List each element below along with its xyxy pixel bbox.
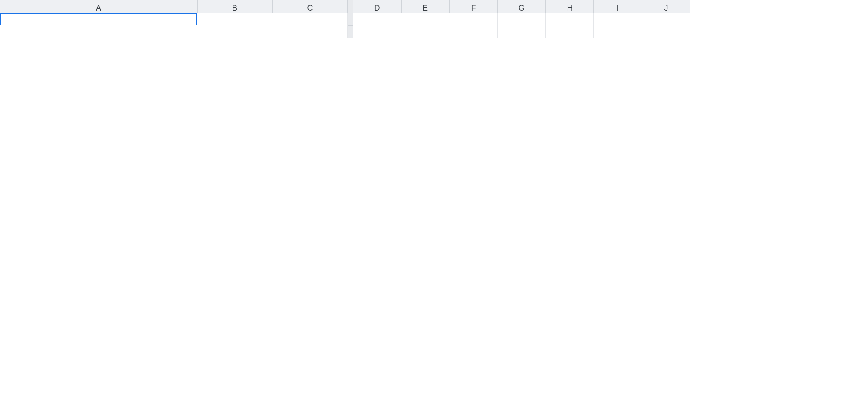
row-label[interactable] xyxy=(0,25,197,38)
cell-monthly-budget[interactable] xyxy=(272,25,348,38)
cell-mar[interactable] xyxy=(449,25,498,38)
cell-jul[interactable] xyxy=(642,25,690,38)
spreadsheet-grid[interactable]: ABCDEFGHIJ xyxy=(0,0,868,38)
cell-jan[interactable] xyxy=(353,25,401,38)
frozen-pane-divider xyxy=(348,25,353,38)
cell-feb[interactable] xyxy=(401,25,449,38)
cell-annual-budget[interactable] xyxy=(197,25,272,38)
cell-apr[interactable] xyxy=(498,25,546,38)
cell-jun[interactable] xyxy=(594,25,642,38)
cell-may[interactable] xyxy=(546,25,594,38)
